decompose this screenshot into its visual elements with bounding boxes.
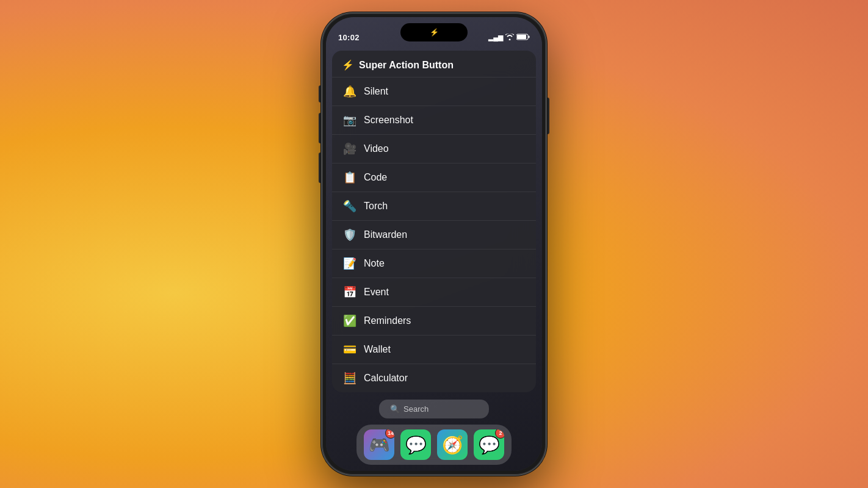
menu-item-code[interactable]: 📋 Code [332, 163, 536, 192]
game-badge: 14 [385, 429, 394, 439]
dock-app-messages[interactable]: 💬 2 [474, 429, 504, 460]
phone-frame: ⚡ 10:02 ▂▄▆ [321, 12, 547, 476]
menu-item-event[interactable]: 📅 Event [332, 278, 536, 307]
header-icon: ⚡ [342, 59, 354, 71]
note-icon: 📝 [342, 257, 358, 270]
menu-item-reminders[interactable]: ✅ Reminders [332, 307, 536, 336]
video-label: Video [364, 143, 389, 154]
messages-app-icon: 💬 [479, 435, 500, 455]
reminders-icon: ✅ [342, 314, 358, 328]
menu-item-bitwarden[interactable]: 🛡️ Bitwarden [332, 221, 536, 249]
menu-item-video[interactable]: 🎥 Video [332, 135, 536, 163]
svg-rect-1 [517, 35, 526, 39]
power-button[interactable] [547, 98, 549, 134]
dock: 🎮 14 💬 🧭 💬 2 [356, 425, 512, 465]
screenshot-label: Screenshot [364, 115, 413, 126]
menu-item-torch[interactable]: 🔦 Torch [332, 192, 536, 221]
wallet-icon: 💳 [342, 343, 358, 356]
dynamic-island-bolt-icon: ⚡ [430, 28, 439, 37]
bitwarden-label: Bitwarden [364, 229, 407, 240]
action-menu: ⚡ Super Action Button 🔔 Silent 📷 Screens… [332, 51, 536, 392]
signal-icon: ▂▄▆ [488, 34, 503, 41]
menu-item-wallet[interactable]: 💳 Wallet [332, 336, 536, 364]
safari-app-icon: 🧭 [442, 435, 463, 455]
torch-icon: 🔦 [342, 199, 358, 213]
whatsapp-app-icon: 💬 [405, 435, 427, 455]
menu-item-calculator[interactable]: 🧮 Calculator [332, 364, 536, 392]
search-placeholder: Search [403, 404, 429, 414]
game-app-icon: 🎮 [369, 435, 390, 455]
dock-app-game[interactable]: 🎮 14 [364, 429, 394, 460]
silent-icon: 🔔 [342, 85, 358, 98]
wifi-icon [505, 34, 514, 41]
menu-item-silent[interactable]: 🔔 Silent [332, 77, 536, 106]
torch-label: Torch [364, 201, 388, 212]
note-label: Note [364, 258, 385, 269]
status-icons: ▂▄▆ [488, 34, 530, 41]
event-icon: 📅 [342, 285, 358, 299]
dock-area: 🔍 Search 🎮 14 💬 🧭 [326, 400, 542, 465]
bitwarden-icon: 🛡️ [342, 228, 358, 242]
search-icon: 🔍 [390, 404, 400, 414]
svg-rect-2 [529, 35, 530, 38]
code-icon: 📋 [342, 171, 358, 184]
messages-badge: 2 [495, 429, 504, 439]
screenshot-icon: 📷 [342, 113, 358, 127]
silent-label: Silent [364, 86, 388, 97]
menu-item-screenshot[interactable]: 📷 Screenshot [332, 106, 536, 135]
dock-app-safari[interactable]: 🧭 [437, 429, 468, 460]
status-time: 10:02 [338, 33, 360, 42]
code-label: Code [364, 172, 387, 183]
calculator-label: Calculator [364, 373, 408, 384]
menu-item-note[interactable]: 📝 Note [332, 249, 536, 278]
phone-screen: ⚡ 10:02 ▂▄▆ [326, 17, 542, 471]
video-icon: 🎥 [342, 142, 358, 156]
dynamic-island: ⚡ [400, 23, 468, 41]
calculator-icon: 🧮 [342, 371, 358, 385]
search-bar[interactable]: 🔍 Search [379, 400, 489, 418]
menu-header-text: ⚡ Super Action Button [342, 59, 526, 71]
reminders-label: Reminders [364, 315, 411, 326]
menu-header: ⚡ Super Action Button [332, 51, 536, 77]
menu-header-label: Super Action Button [359, 60, 454, 71]
dock-app-whatsapp[interactable]: 💬 [400, 429, 431, 460]
battery-icon [516, 34, 530, 41]
event-label: Event [364, 287, 389, 298]
wallet-label: Wallet [364, 344, 391, 355]
phone-device: ⚡ 10:02 ▂▄▆ [321, 12, 547, 476]
